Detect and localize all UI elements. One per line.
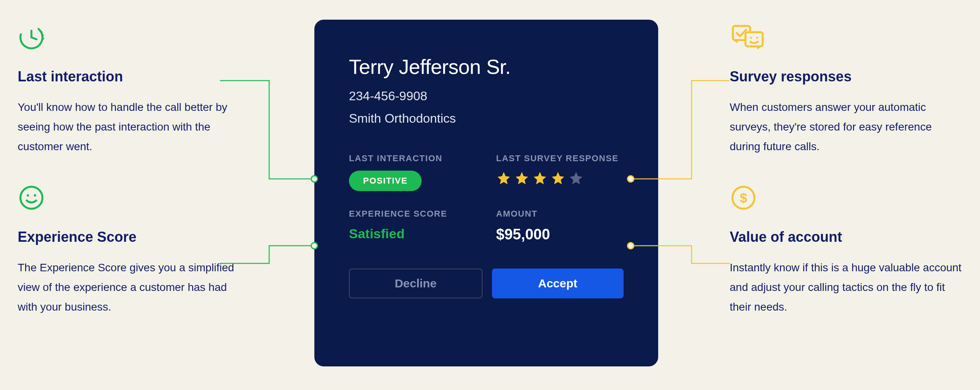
feature-title: Survey responses [730,68,962,85]
feature-last-interaction: Last interaction You'll know how to hand… [18,24,238,156]
svg-rect-10 [745,32,763,46]
svg-point-1 [41,31,43,33]
last-survey-section: LAST SURVEY RESPONSE [496,153,624,191]
feature-desc: When customers answer your automatic sur… [730,98,962,156]
feature-experience-score: Experience Score The Experience Score gi… [18,184,238,317]
smile-icon [18,184,238,213]
interaction-badge: POSITIVE [349,171,422,191]
svg-line-5 [31,37,37,39]
last-interaction-label: LAST INTERACTION [349,153,477,164]
customer-card: Terry Jefferson Sr. 234-456-9908 Smith O… [314,20,658,366]
experience-score-label: EXPERIENCE SCORE [349,209,477,219]
svg-text:$: $ [740,190,747,205]
customer-name: Terry Jefferson Sr. [349,55,624,79]
decline-button[interactable]: Decline [349,269,483,298]
accept-button[interactable]: Accept [492,269,624,298]
experience-score-section: EXPERIENCE SCORE Satisfied [349,209,477,243]
right-features: Survey responses When customers answer y… [730,24,962,344]
amount-label: AMOUNT [496,209,624,219]
amount-value: $95,000 [496,226,624,243]
dollar-circle-icon: $ [730,184,962,213]
customer-company: Smith Orthodontics [349,111,624,126]
left-features: Last interaction You'll know how to hand… [18,24,238,344]
chat-check-icon [730,24,962,53]
last-survey-label: LAST SURVEY RESPONSE [496,153,624,164]
svg-point-6 [20,187,42,209]
feature-desc: Instantly know if this is a huge valuabl… [730,258,962,317]
feature-title: Last interaction [18,68,238,85]
svg-point-11 [750,37,752,39]
feature-title: Value of account [730,229,962,245]
feature-survey-responses: Survey responses When customers answer y… [730,24,962,156]
svg-point-12 [756,37,758,39]
last-interaction-section: LAST INTERACTION POSITIVE [349,153,477,191]
amount-section: AMOUNT $95,000 [496,209,624,243]
star-icon [496,171,511,186]
star-rating [496,171,624,186]
star-icon [514,171,529,186]
svg-point-3 [42,38,44,40]
feature-desc: You'll know how to handle the call bette… [18,98,238,156]
experience-score-value: Satisfied [349,226,477,241]
feature-value-of-account: $ Value of account Instantly know if thi… [730,184,962,317]
feature-title: Experience Score [18,229,238,245]
svg-point-7 [27,194,29,197]
star-icon-empty [569,171,584,186]
feature-desc: The Experience Score gives you a simplif… [18,258,238,317]
clock-icon [18,24,238,53]
customer-phone: 234-456-9908 [349,89,624,103]
star-icon [551,171,565,186]
svg-point-8 [34,194,36,197]
svg-point-2 [42,35,44,37]
star-icon [532,171,547,186]
